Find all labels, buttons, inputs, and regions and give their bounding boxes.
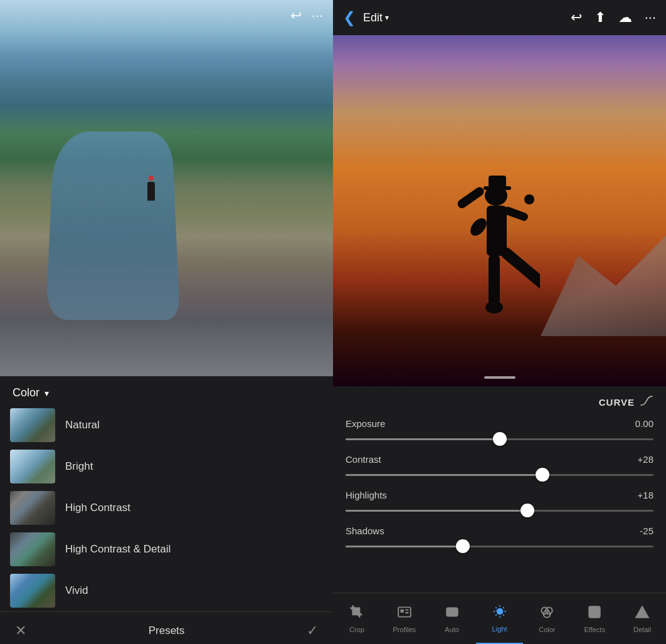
curve-header: CURVE	[333, 386, 666, 413]
svg-marker-30	[636, 606, 648, 617]
preset-label-vivid: Vivid	[65, 584, 88, 597]
edit-panel: CURVE Exposure 0.00	[333, 386, 666, 644]
share-icon[interactable]: ⬆	[595, 9, 606, 26]
svg-rect-13	[405, 609, 408, 610]
cloud-save-icon[interactable]: ☁	[618, 9, 632, 26]
sliders-section: Exposure 0.00 Contrast +28	[333, 413, 666, 593]
preset-label-hcd: High Contrast & Detail	[65, 543, 171, 556]
more-right-icon[interactable]: ···	[645, 9, 656, 26]
highlights-label: Highlights	[346, 490, 387, 500]
preset-hcd[interactable]: High Contrast & Detail	[0, 529, 333, 570]
preset-thumb-vivid	[10, 574, 55, 608]
shadows-slider[interactable]	[346, 540, 653, 552]
highlights-value: +18	[638, 490, 653, 500]
edit-chevron-icon[interactable]: ▾	[385, 13, 389, 22]
undo-right-icon[interactable]: ↩	[571, 9, 582, 26]
curve-label: CURVE	[599, 397, 635, 408]
preset-thumb-bright	[10, 450, 55, 483]
shadows-value: -25	[640, 525, 653, 536]
person-silhouette-left	[147, 182, 155, 201]
contrast-slider[interactable]	[346, 468, 653, 481]
preset-high-contrast[interactable]: High Contrast	[0, 487, 333, 529]
detail-icon	[635, 604, 650, 623]
nav-label-detail: Detail	[633, 626, 651, 633]
highlights-slider-row: Highlights +18	[346, 490, 653, 517]
bottom-nav: Crop Profiles	[333, 593, 666, 644]
svg-rect-11	[398, 607, 411, 616]
right-panel: ❮ Edit ▾ ↩ ⬆ ☁ ···	[333, 0, 666, 644]
more-icon[interactable]: ···	[312, 8, 323, 24]
svg-point-9	[485, 301, 503, 314]
fjord-water	[46, 132, 180, 320]
svg-point-29	[592, 609, 598, 615]
left-panel: ↩ ··· Color ▾ Natural Bright High Contra…	[0, 0, 333, 644]
nav-item-color[interactable]: Color	[523, 593, 571, 644]
effects-icon	[587, 604, 602, 623]
preset-label-bright: Bright	[65, 460, 93, 473]
contrast-slider-row: Contrast +28	[346, 454, 653, 481]
svg-rect-2	[489, 176, 506, 188]
contrast-label: Contrast	[346, 454, 381, 465]
nav-label-crop: Crop	[349, 626, 364, 633]
presets-bottom-bar: ✕ Presets ✓	[0, 611, 333, 644]
profiles-icon	[397, 604, 412, 623]
color-icon	[539, 604, 554, 623]
nav-item-auto[interactable]: Auto	[428, 593, 476, 644]
nav-label-light: Light	[492, 625, 507, 633]
back-button[interactable]: ❮	[343, 9, 356, 26]
highlights-slider[interactable]	[346, 504, 653, 517]
nav-item-crop[interactable]: Crop	[333, 593, 381, 644]
right-photo	[333, 35, 666, 386]
preset-label-natural: Natural	[65, 419, 100, 431]
presets-label: Presets	[149, 625, 185, 637]
svg-rect-7	[489, 255, 500, 305]
silhouette-svg	[440, 171, 540, 346]
svg-rect-14	[405, 612, 408, 613]
nav-item-light[interactable]: Light	[476, 593, 524, 644]
svg-line-23	[495, 615, 497, 616]
edit-title: Edit	[363, 11, 383, 24]
exposure-slider[interactable]	[346, 433, 653, 445]
right-header: ❮ Edit ▾ ↩ ⬆ ☁ ···	[333, 0, 666, 35]
exposure-slider-row: Exposure 0.00	[346, 418, 653, 445]
nav-label-effects: Effects	[584, 626, 605, 633]
preset-thumb-high-contrast	[10, 491, 55, 525]
right-header-actions: ↩ ⬆ ☁ ···	[571, 9, 656, 26]
shadows-slider-row: Shadows -25	[346, 525, 653, 552]
presets-section: Color ▾ Natural Bright High Contrast H	[0, 376, 333, 644]
color-header: Color ▾	[0, 376, 333, 404]
svg-line-24	[503, 607, 504, 608]
svg-point-10	[467, 215, 490, 238]
light-icon	[492, 604, 507, 623]
contrast-value: +28	[638, 454, 653, 465]
exposure-label: Exposure	[346, 418, 385, 429]
preset-bright[interactable]: Bright	[0, 446, 333, 487]
preset-vivid[interactable]: Vivid	[0, 570, 333, 611]
nav-item-effects[interactable]: Effects	[571, 593, 618, 644]
preset-natural[interactable]: Natural	[0, 404, 333, 446]
preset-thumb-natural	[10, 408, 55, 442]
curve-icon[interactable]	[640, 394, 653, 411]
preset-list: Natural Bright High Contrast High Contra…	[0, 404, 333, 611]
shadows-label: Shadows	[346, 525, 384, 536]
confirm-button[interactable]: ✓	[307, 623, 318, 639]
nav-label-auto: Auto	[445, 626, 459, 633]
nav-label-color: Color	[539, 626, 555, 633]
left-photo: ↩ ···	[0, 0, 333, 376]
exposure-value: 0.00	[635, 418, 653, 429]
svg-line-22	[503, 615, 504, 616]
svg-rect-3	[487, 206, 507, 256]
nav-item-profiles[interactable]: Profiles	[381, 593, 428, 644]
svg-line-21	[495, 607, 497, 608]
svg-rect-12	[400, 609, 403, 612]
swipe-handle	[484, 376, 515, 379]
undo-icon[interactable]: ↩	[290, 8, 302, 24]
nav-item-detail[interactable]: Detail	[618, 593, 666, 644]
color-chevron-icon[interactable]: ▾	[45, 388, 49, 398]
nav-label-profiles: Profiles	[393, 626, 416, 633]
cancel-button[interactable]: ✕	[15, 623, 26, 639]
edit-title-wrap: Edit ▾	[363, 11, 563, 24]
auto-icon	[445, 604, 460, 623]
preset-thumb-hcd	[10, 532, 55, 566]
crop-icon	[349, 604, 364, 623]
